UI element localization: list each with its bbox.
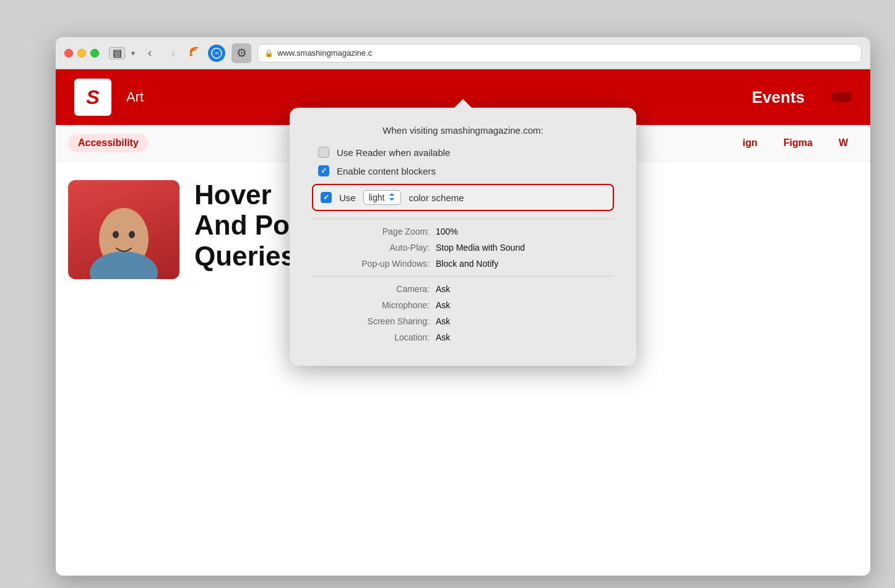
screen-sharing-row: Screen Sharing: Ask: [312, 316, 614, 326]
back-button[interactable]: ‹: [141, 45, 158, 62]
page-zoom-label: Page Zoom:: [318, 227, 430, 236]
autoplay-value: Stop Media with Sound: [436, 243, 525, 253]
page-content: S Art Events Accessibility ign Figma W: [56, 69, 870, 576]
maximize-button[interactable]: [90, 49, 99, 58]
browser-window: ▤ ▾ ‹ › ⚙ �: [56, 37, 870, 576]
website-settings-button[interactable]: ⚙: [231, 43, 251, 63]
tag-accessibility[interactable]: Accessibility: [68, 134, 149, 152]
site-logo: S: [74, 79, 111, 116]
svg-point-7: [113, 231, 119, 238]
svg-point-0: [190, 54, 192, 56]
enable-blockers-label: Enable content blockers: [337, 166, 436, 176]
tag-design[interactable]: ign: [733, 134, 767, 152]
autoplay-row: Auto-Play: Stop Media with Sound: [312, 243, 614, 253]
rss-icon[interactable]: [188, 45, 202, 61]
dropdown-arrow-icon: ▾: [131, 49, 135, 58]
camera-value: Ask: [436, 284, 450, 294]
popup-title: When visiting smashingmagazine.com:: [312, 125, 614, 136]
use-reader-label: Use Reader when available: [337, 147, 450, 158]
location-label: Location:: [318, 332, 430, 342]
color-scheme-suffix: color scheme: [409, 192, 464, 203]
use-reader-row: Use Reader when available: [312, 147, 614, 158]
tag-figma[interactable]: Figma: [774, 134, 823, 152]
close-button[interactable]: [64, 49, 73, 58]
minimize-button[interactable]: [77, 49, 86, 58]
nav-events: Events: [752, 88, 805, 107]
microphone-row: Microphone: Ask: [312, 300, 614, 310]
url-text: www.smashingmagazine.c: [277, 48, 372, 58]
svg-point-6: [90, 251, 158, 279]
color-scheme-checkbox[interactable]: [321, 192, 332, 203]
microphone-label: Microphone:: [318, 300, 430, 310]
popup-divider-1: [312, 218, 614, 219]
camera-row: Camera: Ask: [312, 284, 614, 294]
nav-extra-button[interactable]: [832, 92, 852, 102]
title-bar: ▤ ▾ ‹ › ⚙ �: [56, 37, 870, 69]
page-zoom-value: 100%: [436, 227, 458, 236]
color-scheme-row: Use light color scheme: [312, 184, 614, 211]
enable-blockers-checkbox[interactable]: [318, 165, 329, 176]
select-arrows-icon: [388, 192, 396, 203]
camera-label: Camera:: [318, 284, 430, 294]
popup-windows-row: Pop-up Windows: Block and Notify: [312, 259, 614, 269]
screen-sharing-label: Screen Sharing:: [318, 316, 430, 326]
website-settings-popup: When visiting smashingmagazine.com: Use …: [290, 108, 636, 366]
use-reader-checkbox[interactable]: [318, 147, 329, 158]
popup-windows-label: Pop-up Windows:: [318, 259, 430, 269]
color-scheme-prefix: Use: [339, 192, 356, 203]
enable-blockers-row: Enable content blockers: [312, 165, 614, 176]
location-row: Location: Ask: [312, 332, 614, 342]
gear-icon: ⚙: [236, 46, 247, 60]
color-scheme-value: light: [369, 192, 385, 202]
site-navigation: Art: [126, 89, 144, 105]
forward-button[interactable]: ›: [165, 45, 182, 62]
svg-point-4: [216, 52, 217, 53]
location-value: Ask: [436, 332, 450, 342]
svg-point-8: [129, 231, 135, 238]
article-image: [68, 180, 179, 279]
screen-sharing-value: Ask: [436, 316, 450, 326]
microphone-value: Ask: [436, 300, 450, 310]
color-scheme-select[interactable]: light: [363, 190, 402, 205]
sidebar-icon: ▤: [113, 47, 122, 59]
sidebar-toggle-button[interactable]: ▤: [109, 47, 125, 59]
popup-divider-2: [312, 276, 614, 277]
popup-windows-value: Block and Notify: [436, 259, 498, 269]
address-bar[interactable]: 🔒 www.smashingmagazine.c: [257, 44, 862, 63]
page-zoom-row: Page Zoom: 100%: [312, 227, 614, 236]
traffic-lights: [64, 49, 99, 58]
lock-icon: 🔒: [264, 49, 274, 58]
tag-w[interactable]: W: [829, 134, 858, 152]
autoplay-label: Auto-Play:: [318, 243, 430, 253]
nav-articles: Art: [126, 89, 144, 105]
reader-mode-button[interactable]: [208, 45, 225, 62]
